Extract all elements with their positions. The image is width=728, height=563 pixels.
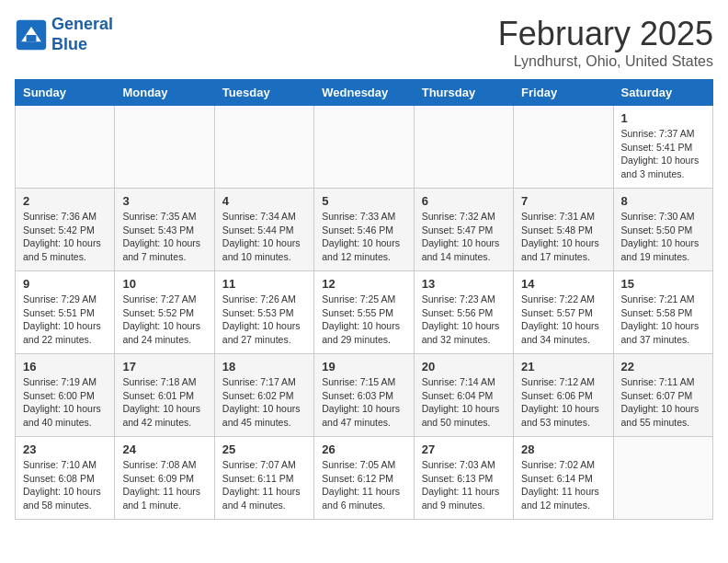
day-number: 25 xyxy=(222,442,306,456)
logo-text-line1: General xyxy=(51,15,113,35)
day-info: Sunrise: 7:37 AM Sunset: 5:41 PM Dayligh… xyxy=(621,127,705,181)
day-number: 10 xyxy=(122,277,206,291)
calendar-cell: 27Sunrise: 7:03 AM Sunset: 6:13 PM Dayli… xyxy=(414,437,513,520)
weekday-header: Sunday xyxy=(16,80,115,106)
day-number: 22 xyxy=(621,360,705,373)
calendar-week-row: 2Sunrise: 7:36 AM Sunset: 5:42 PM Daylig… xyxy=(16,189,713,271)
calendar-cell: 15Sunrise: 7:21 AM Sunset: 5:58 PM Dayli… xyxy=(613,271,712,354)
calendar-week-row: 16Sunrise: 7:19 AM Sunset: 6:00 PM Dayli… xyxy=(16,354,713,437)
calendar-week-row: 9Sunrise: 7:29 AM Sunset: 5:51 PM Daylig… xyxy=(16,271,713,354)
weekday-header-row: SundayMondayTuesdayWednesdayThursdayFrid… xyxy=(16,80,713,106)
day-info: Sunrise: 7:22 AM Sunset: 5:57 PM Dayligh… xyxy=(521,293,605,347)
day-number: 28 xyxy=(521,442,605,456)
day-info: Sunrise: 7:31 AM Sunset: 5:48 PM Dayligh… xyxy=(521,210,605,264)
calendar-cell: 25Sunrise: 7:07 AM Sunset: 6:11 PM Dayli… xyxy=(214,437,313,520)
day-info: Sunrise: 7:17 AM Sunset: 6:02 PM Dayligh… xyxy=(222,375,306,430)
day-number: 12 xyxy=(322,277,405,291)
day-info: Sunrise: 7:35 AM Sunset: 5:43 PM Dayligh… xyxy=(122,210,206,264)
day-info: Sunrise: 7:27 AM Sunset: 5:52 PM Dayligh… xyxy=(122,293,206,347)
day-number: 19 xyxy=(322,360,405,373)
day-number: 15 xyxy=(621,277,705,291)
calendar-cell: 26Sunrise: 7:05 AM Sunset: 6:12 PM Dayli… xyxy=(314,437,414,520)
day-number: 9 xyxy=(23,277,107,291)
logo-icon xyxy=(15,18,48,52)
day-number: 24 xyxy=(122,442,206,456)
location: Lyndhurst, Ohio, United States xyxy=(498,53,713,70)
day-info: Sunrise: 7:18 AM Sunset: 6:01 PM Dayligh… xyxy=(122,375,206,430)
day-info: Sunrise: 7:30 AM Sunset: 5:50 PM Dayligh… xyxy=(621,210,705,264)
day-number: 26 xyxy=(322,442,405,456)
day-number: 6 xyxy=(422,194,506,208)
day-number: 8 xyxy=(621,194,705,208)
calendar-cell: 28Sunrise: 7:02 AM Sunset: 6:14 PM Dayli… xyxy=(514,437,613,520)
day-number: 13 xyxy=(422,277,506,291)
day-info: Sunrise: 7:26 AM Sunset: 5:53 PM Dayligh… xyxy=(222,293,306,347)
day-number: 11 xyxy=(222,277,306,291)
calendar-cell: 8Sunrise: 7:30 AM Sunset: 5:50 PM Daylig… xyxy=(613,189,712,271)
calendar-cell: 16Sunrise: 7:19 AM Sunset: 6:00 PM Dayli… xyxy=(16,354,115,437)
calendar-cell: 7Sunrise: 7:31 AM Sunset: 5:48 PM Daylig… xyxy=(514,189,613,271)
day-info: Sunrise: 7:05 AM Sunset: 6:12 PM Dayligh… xyxy=(322,458,405,512)
day-number: 5 xyxy=(322,194,405,208)
day-info: Sunrise: 7:33 AM Sunset: 5:46 PM Dayligh… xyxy=(322,210,405,264)
day-info: Sunrise: 7:21 AM Sunset: 5:58 PM Dayligh… xyxy=(621,293,705,347)
day-number: 14 xyxy=(521,277,605,291)
day-info: Sunrise: 7:11 AM Sunset: 6:07 PM Dayligh… xyxy=(621,375,705,430)
calendar-cell: 21Sunrise: 7:12 AM Sunset: 6:06 PM Dayli… xyxy=(514,354,613,437)
calendar-cell: 24Sunrise: 7:08 AM Sunset: 6:09 PM Dayli… xyxy=(115,437,214,520)
calendar-week-row: 1Sunrise: 7:37 AM Sunset: 5:41 PM Daylig… xyxy=(16,106,713,189)
month-title: February 2025 xyxy=(498,15,713,53)
day-number: 3 xyxy=(122,194,206,208)
day-info: Sunrise: 7:23 AM Sunset: 5:56 PM Dayligh… xyxy=(422,293,506,347)
day-info: Sunrise: 7:34 AM Sunset: 5:44 PM Dayligh… xyxy=(222,210,306,264)
calendar-cell: 11Sunrise: 7:26 AM Sunset: 5:53 PM Dayli… xyxy=(214,271,313,354)
day-number: 1 xyxy=(621,111,705,125)
svg-rect-2 xyxy=(27,35,37,41)
calendar-cell: 13Sunrise: 7:23 AM Sunset: 5:56 PM Dayli… xyxy=(414,271,513,354)
calendar-cell: 6Sunrise: 7:32 AM Sunset: 5:47 PM Daylig… xyxy=(414,189,513,271)
day-info: Sunrise: 7:29 AM Sunset: 5:51 PM Dayligh… xyxy=(23,293,107,347)
day-info: Sunrise: 7:36 AM Sunset: 5:42 PM Dayligh… xyxy=(23,210,107,264)
calendar-cell: 14Sunrise: 7:22 AM Sunset: 5:57 PM Dayli… xyxy=(514,271,613,354)
day-info: Sunrise: 7:25 AM Sunset: 5:55 PM Dayligh… xyxy=(322,293,405,347)
calendar-cell: 9Sunrise: 7:29 AM Sunset: 5:51 PM Daylig… xyxy=(16,271,115,354)
title-block: February 2025 Lyndhurst, Ohio, United St… xyxy=(498,15,713,70)
day-number: 7 xyxy=(521,194,605,208)
calendar-cell xyxy=(115,106,214,189)
day-info: Sunrise: 7:10 AM Sunset: 6:08 PM Dayligh… xyxy=(23,458,107,512)
weekday-header: Wednesday xyxy=(314,80,414,106)
day-info: Sunrise: 7:08 AM Sunset: 6:09 PM Dayligh… xyxy=(122,458,206,512)
day-info: Sunrise: 7:02 AM Sunset: 6:14 PM Dayligh… xyxy=(521,458,605,512)
calendar-cell: 18Sunrise: 7:17 AM Sunset: 6:02 PM Dayli… xyxy=(214,354,313,437)
day-info: Sunrise: 7:15 AM Sunset: 6:03 PM Dayligh… xyxy=(322,375,405,430)
day-info: Sunrise: 7:03 AM Sunset: 6:13 PM Dayligh… xyxy=(422,458,506,512)
day-number: 17 xyxy=(122,360,206,373)
calendar-cell: 20Sunrise: 7:14 AM Sunset: 6:04 PM Dayli… xyxy=(414,354,513,437)
calendar-cell: 23Sunrise: 7:10 AM Sunset: 6:08 PM Dayli… xyxy=(16,437,115,520)
day-number: 4 xyxy=(222,194,306,208)
day-number: 21 xyxy=(521,360,605,373)
day-info: Sunrise: 7:07 AM Sunset: 6:11 PM Dayligh… xyxy=(222,458,306,512)
logo: General Blue xyxy=(15,15,113,54)
weekday-header: Thursday xyxy=(414,80,513,106)
page-header: General Blue February 2025 Lyndhurst, Oh… xyxy=(15,15,713,70)
calendar-cell: 1Sunrise: 7:37 AM Sunset: 5:41 PM Daylig… xyxy=(613,106,712,189)
calendar-cell xyxy=(214,106,313,189)
day-info: Sunrise: 7:32 AM Sunset: 5:47 PM Dayligh… xyxy=(422,210,506,264)
weekday-header: Friday xyxy=(514,80,613,106)
calendar-cell xyxy=(16,106,115,189)
day-number: 23 xyxy=(23,442,107,456)
calendar-cell: 5Sunrise: 7:33 AM Sunset: 5:46 PM Daylig… xyxy=(314,189,414,271)
calendar-cell: 4Sunrise: 7:34 AM Sunset: 5:44 PM Daylig… xyxy=(214,189,313,271)
calendar-table: SundayMondayTuesdayWednesdayThursdayFrid… xyxy=(15,79,713,520)
day-number: 27 xyxy=(422,442,506,456)
day-info: Sunrise: 7:19 AM Sunset: 6:00 PM Dayligh… xyxy=(23,375,107,430)
day-number: 20 xyxy=(422,360,506,373)
calendar-cell: 12Sunrise: 7:25 AM Sunset: 5:55 PM Dayli… xyxy=(314,271,414,354)
calendar-cell: 19Sunrise: 7:15 AM Sunset: 6:03 PM Dayli… xyxy=(314,354,414,437)
day-number: 18 xyxy=(222,360,306,373)
weekday-header: Tuesday xyxy=(214,80,313,106)
day-number: 16 xyxy=(23,360,107,373)
day-number: 2 xyxy=(23,194,107,208)
calendar-cell xyxy=(314,106,414,189)
